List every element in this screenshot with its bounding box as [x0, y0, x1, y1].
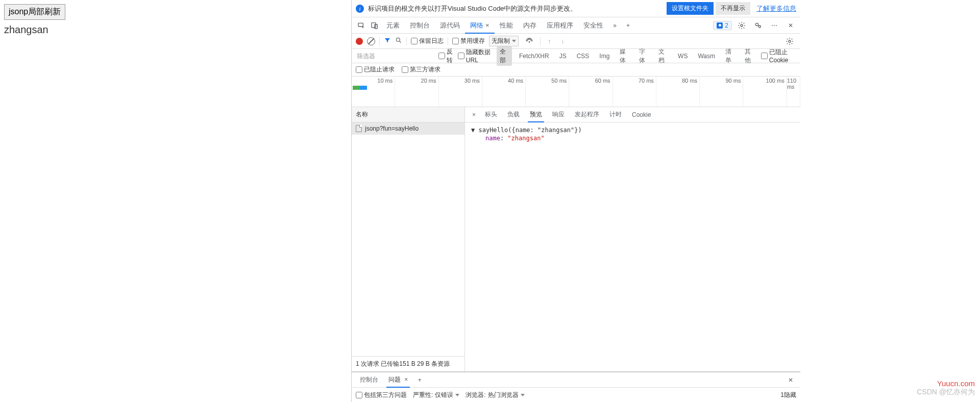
- filter-type-css[interactable]: CSS: [574, 52, 593, 61]
- request-list-header[interactable]: 名称: [352, 107, 464, 122]
- blocked-cookies-checkbox[interactable]: 已阻止 Cookie: [761, 48, 796, 64]
- preserve-log-checkbox[interactable]: 保留日志: [411, 37, 444, 45]
- tab-sources[interactable]: 源代码: [435, 18, 465, 33]
- network-timeline[interactable]: 10 ms 20 ms 30 ms 40 ms 50 ms 60 ms 70 m…: [352, 77, 800, 107]
- page-content: jsonp局部刷新 zhangsan: [0, 0, 351, 402]
- browser-filter[interactable]: 浏览器: 热门浏览器: [465, 391, 524, 399]
- detail-tab-response[interactable]: 响应: [547, 107, 570, 122]
- device-toolbar-icon[interactable]: [368, 19, 381, 32]
- hidden-issues-count[interactable]: 1隐藏: [780, 391, 796, 399]
- filter-icon[interactable]: [384, 37, 391, 45]
- include-third-party-checkbox[interactable]: 包括第三方问题: [356, 391, 407, 399]
- detail-tab-headers[interactable]: 标头: [480, 107, 502, 122]
- import-har-icon[interactable]: ↑: [545, 38, 554, 45]
- detail-tab-timing[interactable]: 计时: [604, 107, 627, 122]
- filter-type-other[interactable]: 其他: [742, 46, 757, 66]
- svg-point-4: [755, 23, 758, 26]
- timeline-tick: 50 ms: [551, 78, 567, 84]
- throttle-value: 无限制: [492, 37, 510, 45]
- include-third-party-label: 包括第三方问题: [364, 391, 407, 399]
- filter-type-js[interactable]: JS: [556, 52, 570, 61]
- tab-memory[interactable]: 内存: [518, 18, 542, 33]
- throttle-select[interactable]: 无限制: [489, 36, 519, 46]
- close-icon[interactable]: ×: [485, 21, 489, 29]
- severity-filter[interactable]: 严重性: 仅错误: [413, 391, 459, 399]
- detail-tabs: × 标头 负载 预览 响应 发起程序 计时 Cookie: [465, 107, 800, 122]
- file-icon: [356, 125, 362, 132]
- detail-tab-preview[interactable]: 预览: [525, 107, 547, 122]
- detail-tab-payload[interactable]: 负载: [502, 107, 525, 122]
- more-tabs-icon[interactable]: »: [608, 19, 622, 32]
- inspect-element-icon[interactable]: [355, 19, 368, 32]
- network-settings-icon[interactable]: [783, 35, 796, 48]
- filter-type-media[interactable]: 媒体: [617, 46, 632, 66]
- filter-type-ws[interactable]: WS: [675, 52, 691, 61]
- drawer-tabs: 控制台 问题 × + ✕: [352, 372, 800, 388]
- info-bar-text: 标识项目的根文件夹以打开Visual Studio Code中的源文件并同步更改…: [368, 4, 664, 13]
- drawer-tab-issues-label: 问题: [388, 376, 401, 383]
- preview-object-summary: sayHello({name: "zhangsan"}): [478, 127, 581, 134]
- tab-security[interactable]: 安全性: [578, 18, 608, 33]
- browser-label: 浏览器:: [465, 391, 485, 399]
- chevron-down-icon: [521, 394, 525, 396]
- timeline-tick: 40 ms: [508, 78, 523, 84]
- filter-type-fetchxhr[interactable]: Fetch/XHR: [516, 52, 552, 61]
- invert-label: 反转: [447, 47, 454, 65]
- filter-type-img[interactable]: Img: [596, 52, 612, 61]
- timeline-tick: 70 ms: [639, 78, 654, 84]
- tab-elements[interactable]: 元素: [381, 18, 405, 33]
- add-tab-icon[interactable]: +: [622, 19, 635, 32]
- close-icon[interactable]: ×: [403, 376, 408, 383]
- settings-gear-icon[interactable]: [735, 19, 748, 32]
- export-har-icon[interactable]: ↓: [558, 38, 567, 45]
- request-name: jsonp?fun=sayHello: [365, 125, 419, 132]
- third-party-checkbox[interactable]: 第三方请求: [402, 65, 440, 74]
- feedback-icon[interactable]: [751, 19, 765, 32]
- preserve-log-label: 保留日志: [419, 37, 444, 45]
- filter-type-font[interactable]: 字体: [636, 46, 651, 66]
- learn-more-link[interactable]: 了解更多信息: [750, 4, 796, 13]
- record-button[interactable]: [356, 38, 363, 45]
- filter-type-manifest[interactable]: 清单: [722, 46, 738, 66]
- workspace-info-bar: i 标识项目的根文件夹以打开Visual Studio Code中的源文件并同步…: [352, 0, 800, 17]
- issues-badge[interactable]: 2: [713, 21, 732, 30]
- search-icon[interactable]: [395, 37, 402, 45]
- severity-label: 严重性:: [413, 391, 433, 399]
- invert-checkbox[interactable]: 反转: [438, 47, 454, 65]
- expand-toggle-icon[interactable]: ▼: [471, 127, 478, 134]
- severity-value: 仅错误: [435, 391, 453, 399]
- timeline-tick: 90 ms: [725, 78, 741, 84]
- tab-network-label: 网络: [470, 21, 483, 29]
- blocked-requests-label: 已阻止请求: [364, 65, 395, 74]
- detail-tab-initiator[interactable]: 发起程序: [570, 107, 604, 122]
- disable-cache-checkbox[interactable]: 禁用缓存: [452, 37, 485, 45]
- tab-console[interactable]: 控制台: [405, 18, 435, 33]
- devtools-panel: i 标识项目的根文件夹以打开Visual Studio Code中的源文件并同步…: [351, 0, 800, 402]
- filter-type-doc[interactable]: 文档: [655, 46, 671, 66]
- tab-performance[interactable]: 性能: [495, 18, 518, 33]
- filter-type-all[interactable]: 全部: [497, 46, 512, 66]
- filter-input[interactable]: [356, 52, 434, 61]
- timeline-tick: 60 ms: [595, 78, 610, 84]
- clear-button[interactable]: [367, 37, 375, 45]
- drawer-tab-console[interactable]: 控制台: [355, 372, 383, 387]
- network-conditions-icon[interactable]: [523, 35, 536, 48]
- request-row[interactable]: jsonp?fun=sayHello: [352, 122, 464, 135]
- info-icon: i: [356, 5, 364, 13]
- close-detail-icon[interactable]: ×: [468, 111, 480, 118]
- dismiss-button[interactable]: 不再显示: [716, 2, 750, 15]
- blocked-requests-checkbox[interactable]: 已阻止请求: [356, 65, 395, 74]
- more-options-icon[interactable]: ⋯: [768, 19, 781, 32]
- tab-network[interactable]: 网络×: [465, 18, 495, 33]
- close-drawer-icon[interactable]: ✕: [784, 376, 797, 384]
- set-root-folder-button[interactable]: 设置根文件夹: [667, 2, 714, 15]
- jsonp-refresh-button[interactable]: jsonp局部刷新: [4, 4, 65, 20]
- close-devtools-icon[interactable]: ✕: [784, 19, 797, 32]
- tab-application[interactable]: 应用程序: [542, 18, 578, 33]
- filter-type-wasm[interactable]: Wasm: [695, 52, 718, 61]
- detail-tab-cookies[interactable]: Cookie: [627, 108, 656, 121]
- browser-value: 热门浏览器: [488, 391, 519, 399]
- hide-data-urls-checkbox[interactable]: 隐藏数据 URL: [458, 48, 493, 64]
- drawer-tab-issues[interactable]: 问题 ×: [383, 372, 413, 387]
- add-drawer-tab-icon[interactable]: +: [413, 373, 426, 387]
